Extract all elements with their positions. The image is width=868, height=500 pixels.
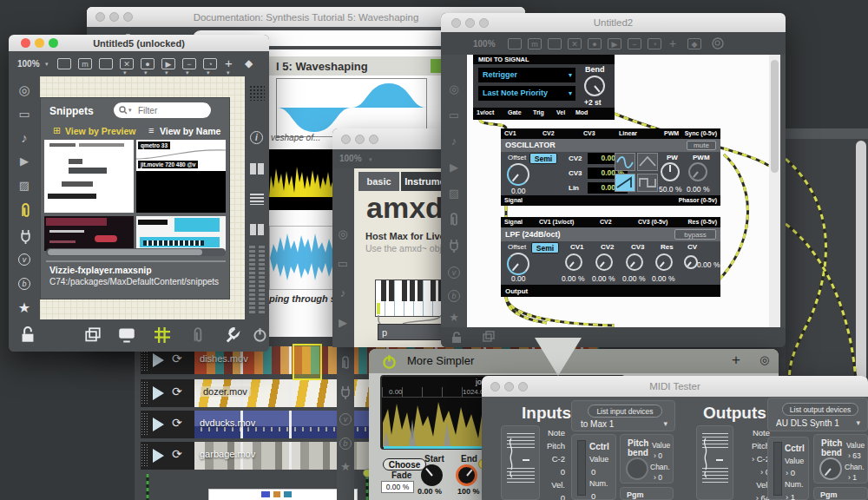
- vizzie-icon[interactable]: v: [337, 411, 354, 425]
- layers-icon[interactable]: [85, 328, 101, 342]
- priority-dropdown[interactable]: Last Note Priority ▾: [478, 86, 575, 101]
- star-icon[interactable]: ★: [16, 299, 33, 316]
- paperclip-add-icon[interactable]: [191, 327, 205, 343]
- close-icon[interactable]: [341, 135, 351, 144]
- add-tool-icon[interactable]: +: [225, 56, 233, 70]
- star-icon[interactable]: ★: [337, 460, 354, 473]
- number-tool-icon[interactable]: −: [628, 38, 641, 49]
- selection-box[interactable]: [293, 344, 322, 380]
- cv3-knob[interactable]: [626, 253, 643, 271]
- choose-button[interactable]: Choose: [383, 458, 426, 470]
- view-by-name-button[interactable]: View by Name: [160, 126, 220, 136]
- semi-button[interactable]: Semi: [531, 242, 559, 253]
- pwm-knob[interactable]: [688, 162, 707, 181]
- target-icon[interactable]: ◎: [334, 227, 352, 240]
- zoom-level[interactable]: 100%: [17, 59, 40, 69]
- tab-basic[interactable]: basic: [358, 172, 399, 191]
- beap-icon[interactable]: b: [445, 288, 463, 302]
- output-device-value[interactable]: AU DLS Synth 1: [776, 418, 839, 428]
- note-icon[interactable]: ♪: [16, 130, 33, 145]
- triangle-wave-button[interactable]: [637, 153, 658, 171]
- paint-tool-icon[interactable]: ◆: [687, 38, 701, 49]
- untitled2-scrollbar[interactable]: [769, 55, 780, 327]
- res-knob[interactable]: [655, 253, 673, 271]
- plug-icon[interactable]: [448, 239, 460, 253]
- end-knob[interactable]: [456, 464, 477, 486]
- snippet-preview[interactable]: [136, 216, 226, 251]
- cv-knob[interactable]: [684, 255, 698, 269]
- live-button-tool-icon[interactable]: ●: [588, 38, 602, 49]
- add-icon[interactable]: +: [732, 352, 740, 369]
- sine-wave-button[interactable]: [615, 153, 635, 171]
- start-knob[interactable]: [421, 464, 443, 486]
- paperclip-icon[interactable]: [339, 356, 352, 370]
- console-icon[interactable]: ▭: [445, 109, 463, 122]
- layers-icon[interactable]: [483, 332, 495, 342]
- untitled5-titlebar[interactable]: Untitled5 (unlocked): [9, 35, 269, 52]
- fade-numbox[interactable]: 0.00 %: [381, 481, 414, 493]
- power-icon[interactable]: [382, 354, 397, 369]
- minimize-icon[interactable]: [355, 135, 365, 144]
- snippet-preview[interactable]: qmetro 33 jit.movie 720 480 @v: [136, 140, 226, 213]
- object-tool-icon[interactable]: m: [78, 58, 92, 69]
- filter-input[interactable]: [136, 103, 207, 117]
- amxd-titlebar[interactable]: [332, 128, 449, 150]
- lpf-module[interactable]: Signal CV1 (1v/oct) CV2 CV3 (0-5v) Res (…: [501, 217, 720, 297]
- dial-tool-icon[interactable]: ◔: [648, 38, 661, 49]
- caret-down-icon[interactable]: ▾: [45, 61, 49, 68]
- paint-tool-icon[interactable]: ◆: [245, 57, 253, 69]
- offset-knob[interactable]: [507, 163, 529, 186]
- cv1-knob[interactable]: [565, 253, 582, 271]
- columns-icon[interactable]: [250, 163, 264, 174]
- film-icon[interactable]: ▶: [16, 155, 33, 168]
- bypass-button[interactable]: bypass: [674, 229, 716, 240]
- number-tool-icon[interactable]: −: [182, 58, 196, 69]
- paperclip-icon[interactable]: [448, 213, 460, 227]
- image-icon[interactable]: ▨: [445, 187, 463, 200]
- untitled2-canvas[interactable]: MIDI TO SIGNAL Retrigger ▾ Last Note Pri…: [467, 55, 769, 327]
- film-icon[interactable]: ▶: [334, 316, 352, 329]
- cctrl-slider[interactable]: [773, 442, 782, 496]
- square-wave-button[interactable]: [637, 174, 658, 192]
- dial-tool-icon[interactable]: ◔: [203, 58, 217, 69]
- zoom-icon[interactable]: [369, 135, 378, 144]
- offset-knob[interactable]: [507, 253, 529, 275]
- toggle-tool-icon[interactable]: ✕: [568, 38, 582, 49]
- target-icon[interactable]: ◎: [16, 82, 33, 98]
- chevron-down-icon[interactable]: ▾: [663, 419, 667, 428]
- input-device-value[interactable]: to Max 1: [581, 419, 614, 429]
- message-tool-icon[interactable]: [548, 38, 562, 49]
- oscillator-module[interactable]: CV1 CV2 CV3 Linear PWM Sync (0-5v) OSCIL…: [501, 128, 720, 206]
- snippets-scrollbar[interactable]: [46, 248, 226, 256]
- pw-knob[interactable]: [661, 162, 680, 181]
- message-tool-icon[interactable]: [99, 58, 113, 69]
- object-tool-icon[interactable]: m: [528, 38, 542, 49]
- snippets-filter[interactable]: ▾: [114, 102, 211, 118]
- list-output-devices-button[interactable]: List output devices: [782, 403, 858, 416]
- search-icon[interactable]: [712, 37, 725, 50]
- scrollbar-thumb[interactable]: [48, 249, 202, 255]
- pitchbend-knob[interactable]: [819, 457, 842, 480]
- button-tool-icon[interactable]: [508, 38, 522, 49]
- image-icon[interactable]: ▨: [16, 179, 33, 192]
- scrollbar-thumb[interactable]: [771, 60, 779, 173]
- object-box-midimassage[interactable]: p midimassage: [378, 324, 444, 340]
- grid-snap-icon[interactable]: [155, 327, 170, 343]
- live-button-tool-icon[interactable]: ●: [141, 58, 155, 69]
- star-icon[interactable]: ★: [445, 311, 463, 324]
- zoom-level[interactable]: 100%: [473, 39, 496, 49]
- note-icon[interactable]: ♪: [334, 286, 352, 299]
- untitled2-titlebar[interactable]: Untitled2: [441, 13, 786, 33]
- playbar-tool-icon[interactable]: ▶: [161, 58, 175, 69]
- bend-knob[interactable]: [584, 76, 605, 96]
- pitchbend-knob[interactable]: [626, 457, 648, 480]
- mute-button[interactable]: mute: [687, 141, 716, 150]
- semi-button[interactable]: Semi: [529, 153, 557, 164]
- snippet-preview[interactable]: [44, 140, 134, 213]
- button-tool-icon[interactable]: [57, 58, 71, 69]
- wrench-icon[interactable]: [224, 327, 240, 344]
- grid-overview-icon[interactable]: [249, 85, 265, 101]
- plug-icon[interactable]: [19, 229, 32, 244]
- info-icon[interactable]: i: [250, 131, 263, 144]
- view-by-preview-button[interactable]: View by Preview: [65, 126, 136, 136]
